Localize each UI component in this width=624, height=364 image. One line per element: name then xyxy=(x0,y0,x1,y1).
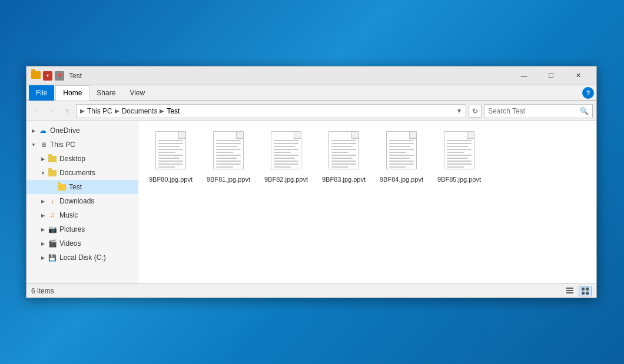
file-line xyxy=(447,158,468,159)
local-disk-icon: 💾 xyxy=(48,253,57,262)
file-line xyxy=(274,158,295,159)
file-page-corner xyxy=(178,132,185,139)
view-large-icons-icon xyxy=(581,287,589,295)
tab-file[interactable]: File xyxy=(29,85,54,101)
main-area: ▶ ☁ OneDrive ▼ 🖥 This PC ▶ Des xyxy=(26,121,596,283)
file-name: 9BF82.jpg.ppvt xyxy=(264,176,308,183)
file-name: 9BF84.jpg.ppvt xyxy=(380,176,423,183)
expand-documents[interactable]: ▼ xyxy=(38,168,48,178)
view-large-icons-button[interactable] xyxy=(579,286,592,296)
file-line xyxy=(447,149,472,150)
file-line xyxy=(389,152,406,153)
search-input[interactable] xyxy=(488,107,577,115)
sidebar-item-label-onedrive: OneDrive xyxy=(50,126,80,135)
maximize-button[interactable]: ☐ xyxy=(537,66,565,85)
file-name: 9BF80.jpg.ppvt xyxy=(149,176,192,183)
expand-downloads[interactable]: ▶ xyxy=(38,196,48,206)
file-line xyxy=(447,166,464,168)
expand-desktop[interactable]: ▶ xyxy=(38,154,48,163)
file-line xyxy=(389,155,414,156)
file-line xyxy=(216,158,237,159)
sidebar-item-pictures[interactable]: ▶ 📷 Pictures xyxy=(26,222,138,236)
sidebar-item-label-downloads: Downloads xyxy=(59,197,94,205)
file-item[interactable]: 9BF84.jpg.ppvt xyxy=(375,127,428,188)
file-line xyxy=(331,146,353,147)
expand-pictures[interactable]: ▶ xyxy=(38,225,48,234)
search-box[interactable]: 🔍 xyxy=(484,104,593,118)
sidebar-item-this-pc[interactable]: ▼ 🖥 This PC xyxy=(26,138,138,152)
view-details-icon xyxy=(566,287,574,295)
sidebar-item-test[interactable]: Test xyxy=(26,180,138,194)
back-button[interactable]: ‹ xyxy=(30,105,43,118)
sidebar-item-videos[interactable]: ▶ 🎬 Videos xyxy=(26,236,138,251)
file-name: 9BF85.jpg.ppvt xyxy=(437,176,481,183)
tab-share[interactable]: Share xyxy=(89,85,122,101)
file-icon xyxy=(153,131,188,173)
file-line xyxy=(331,158,353,159)
file-line xyxy=(216,166,233,168)
file-line xyxy=(216,161,241,162)
file-item[interactable]: 9BF82.jpg.ppvt xyxy=(260,127,313,188)
path-this-pc[interactable]: This PC xyxy=(87,107,112,115)
file-icon xyxy=(326,131,361,173)
minimize-button[interactable]: — xyxy=(510,66,537,85)
sidebar-item-label-videos: Videos xyxy=(59,239,81,248)
sidebar-item-label-desktop: Desktop xyxy=(59,155,85,163)
view-details-button[interactable] xyxy=(563,286,576,296)
sidebar-item-local-disk[interactable]: ▶ 💾 Local Disk (C:) xyxy=(26,251,138,265)
sidebar-item-onedrive[interactable]: ▶ ☁ OneDrive xyxy=(26,123,138,138)
forward-button[interactable]: › xyxy=(45,105,58,118)
expand-videos[interactable]: ▶ xyxy=(38,239,48,248)
expand-onedrive[interactable]: ▶ xyxy=(29,126,38,135)
path-documents[interactable]: Documents xyxy=(122,107,158,115)
help-button[interactable]: ? xyxy=(582,87,594,99)
file-item[interactable]: 9BF80.jpg.ppvt xyxy=(144,127,197,188)
sidebar-item-desktop[interactable]: ▶ Desktop xyxy=(26,152,138,166)
file-line xyxy=(158,166,175,168)
ribbon-tabs: File Home Share View ? xyxy=(26,85,596,101)
sidebar-item-music[interactable]: ▶ ♫ Music xyxy=(26,208,138,222)
file-line xyxy=(274,163,298,165)
sidebar-item-documents[interactable]: ▼ Documents xyxy=(26,166,138,180)
file-page xyxy=(155,131,186,169)
file-line xyxy=(158,140,183,141)
file-page xyxy=(213,131,244,169)
pictures-folder-icon: 📷 xyxy=(48,225,57,234)
file-page-corner xyxy=(236,132,243,139)
file-page xyxy=(328,131,359,169)
file-page-corner xyxy=(351,132,359,139)
address-dropdown-icon[interactable]: ▼ xyxy=(456,108,462,114)
expand-music[interactable]: ▶ xyxy=(38,211,48,220)
expand-test[interactable] xyxy=(48,182,57,192)
file-item[interactable]: 9BF81.jpg.ppvt xyxy=(202,127,255,188)
sidebar-item-downloads[interactable]: ▶ ↓ Downloads xyxy=(26,194,138,208)
item-count: 6 items xyxy=(31,287,54,295)
sidebar-item-label-music: Music xyxy=(59,211,78,219)
file-line xyxy=(331,149,356,150)
path-test[interactable]: Test xyxy=(167,107,180,115)
file-line xyxy=(158,155,183,156)
tab-home[interactable]: Home xyxy=(55,85,89,101)
svg-rect-1 xyxy=(566,290,573,291)
address-path[interactable]: ▶ This PC ▶ Documents ▶ Test ▼ xyxy=(76,104,466,118)
search-icon[interactable]: 🔍 xyxy=(580,107,589,115)
refresh-button[interactable]: ↻ xyxy=(469,105,482,118)
expand-local-disk[interactable]: ▶ xyxy=(38,253,48,262)
svg-rect-4 xyxy=(586,288,589,290)
file-item[interactable]: 9BF83.jpg.ppvt xyxy=(317,127,370,188)
file-line xyxy=(389,158,410,159)
address-bar: ‹ › ↑ ▶ This PC ▶ Documents ▶ Test ▼ ↻ 🔍 xyxy=(26,101,596,121)
expand-this-pc[interactable]: ▼ xyxy=(29,140,38,149)
file-item[interactable]: 9BF85.jpg.ppvt xyxy=(433,127,486,188)
up-button[interactable]: ↑ xyxy=(61,105,74,118)
file-icon xyxy=(211,131,246,173)
file-page-corner xyxy=(467,132,474,139)
file-name: 9BF81.jpg.ppvt xyxy=(207,176,250,183)
tab-view[interactable]: View xyxy=(122,85,152,101)
file-page xyxy=(444,131,474,169)
close-button[interactable]: ✕ xyxy=(565,66,592,85)
file-line xyxy=(274,166,291,168)
file-line xyxy=(331,140,356,141)
ribbon: File Home Share View ? xyxy=(26,85,596,101)
file-line xyxy=(389,143,414,144)
